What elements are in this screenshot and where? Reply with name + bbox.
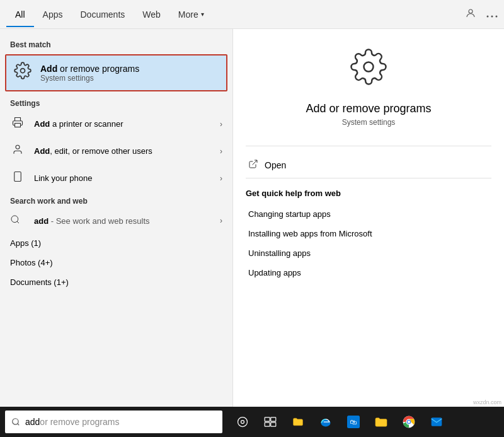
- best-match-subtitle: System settings: [40, 74, 139, 83]
- svg-point-3: [496, 15, 498, 17]
- top-navigation: All Apps Documents Web More ▾: [0, 0, 504, 29]
- taskbar: addor remove programs 🛍: [0, 407, 504, 437]
- quick-help-item-1[interactable]: Changing startup apps: [246, 204, 491, 224]
- chrome-button[interactable]: [396, 411, 421, 433]
- task-view-button[interactable]: [258, 411, 283, 433]
- web-search-text: add - See work and web results: [34, 216, 150, 226]
- folder-button[interactable]: [369, 411, 394, 433]
- svg-point-6: [16, 145, 20, 149]
- settings-section-label: Settings: [0, 94, 232, 110]
- best-match-label: Best match: [0, 35, 232, 52]
- tab-all[interactable]: All: [6, 2, 34, 27]
- chevron-right-icon: ›: [220, 120, 222, 129]
- settings-add-printer[interactable]: Add a printer or scanner ›: [0, 110, 232, 137]
- web-section-label: Search work and web: [0, 192, 232, 208]
- svg-point-9: [11, 216, 18, 223]
- more-options-icon[interactable]: [486, 9, 498, 20]
- open-label: Open: [265, 160, 286, 170]
- svg-point-11: [364, 62, 374, 72]
- category-apps[interactable]: Apps (1): [0, 233, 232, 253]
- nav-actions: [465, 8, 498, 21]
- svg-point-15: [238, 417, 248, 427]
- svg-text:🛍: 🛍: [350, 418, 357, 426]
- gear-icon: [14, 62, 32, 84]
- svg-point-2: [491, 15, 493, 17]
- tab-apps[interactable]: Apps: [34, 2, 72, 27]
- users-icon: [10, 144, 25, 158]
- web-search-item[interactable]: add - See work and web results ›: [0, 208, 232, 233]
- best-match-item[interactable]: Add or remove programs System settings: [5, 54, 227, 91]
- quick-help-item-2[interactable]: Installing web apps from Microsoft: [246, 224, 491, 243]
- svg-point-0: [469, 9, 472, 13]
- watermark: wxzdn.com: [473, 399, 501, 405]
- cortana-button[interactable]: [230, 411, 255, 433]
- app-subtitle: System settings: [342, 118, 396, 127]
- best-match-text: Add or remove programs System settings: [40, 64, 139, 83]
- tab-web[interactable]: Web: [134, 2, 169, 27]
- edge-button[interactable]: [313, 411, 338, 433]
- file-explorer-button[interactable]: [285, 411, 311, 433]
- svg-rect-17: [265, 417, 270, 421]
- svg-rect-7: [14, 172, 21, 182]
- svg-rect-19: [265, 422, 270, 426]
- quick-help-item-3[interactable]: Uninstalling apps: [246, 243, 491, 263]
- link-phone-text: Link your phone: [34, 173, 220, 183]
- add-printer-text: Add a printer or scanner: [34, 119, 220, 129]
- svg-line-10: [17, 221, 19, 223]
- app-title: Add or remove programs: [306, 102, 431, 115]
- chevron-right-icon: ›: [220, 174, 222, 183]
- printer-icon: [10, 117, 25, 131]
- open-action-button[interactable]: Open: [246, 153, 491, 178]
- svg-point-26: [408, 421, 410, 423]
- quick-help-heading: Get quick help from web: [246, 189, 491, 198]
- store-button[interactable]: 🛍: [341, 411, 366, 433]
- quick-help-item-4[interactable]: Updating apps: [246, 263, 491, 283]
- svg-point-16: [241, 421, 244, 424]
- taskbar-search-box[interactable]: addor remove programs: [5, 411, 222, 433]
- phone-icon: [10, 171, 25, 185]
- svg-point-13: [13, 419, 18, 424]
- search-icon: [11, 417, 20, 426]
- tab-more[interactable]: More ▾: [169, 2, 213, 27]
- svg-rect-5: [15, 124, 21, 127]
- tab-documents[interactable]: Documents: [71, 2, 134, 27]
- open-icon: [248, 159, 258, 172]
- search-icon: [10, 214, 25, 227]
- settings-link-phone[interactable]: Link your phone ›: [0, 165, 232, 192]
- svg-line-12: [253, 160, 257, 165]
- svg-point-1: [487, 15, 489, 17]
- search-results-panel: Best match Add or remove programs System…: [0, 29, 233, 407]
- svg-rect-18: [271, 417, 276, 421]
- chevron-down-icon: ▾: [201, 11, 204, 18]
- best-match-title: Add or remove programs: [40, 64, 139, 74]
- mail-button[interactable]: [424, 411, 449, 433]
- svg-line-14: [18, 424, 20, 426]
- main-content: Best match Add or remove programs System…: [0, 29, 504, 407]
- category-photos[interactable]: Photos (4+): [0, 253, 232, 272]
- chevron-right-icon: ›: [220, 147, 222, 156]
- search-text: addor remove programs: [25, 417, 119, 427]
- svg-point-4: [21, 69, 25, 73]
- category-documents[interactable]: Documents (1+): [0, 272, 232, 292]
- divider: [246, 146, 491, 146]
- settings-add-users[interactable]: Add, edit, or remove other users ›: [0, 137, 232, 165]
- svg-rect-20: [271, 422, 276, 426]
- detail-panel: Add or remove programs System settings O…: [233, 29, 504, 407]
- person-icon[interactable]: [465, 8, 476, 21]
- app-large-icon: [350, 48, 387, 95]
- add-users-text: Add, edit, or remove other users: [34, 146, 220, 156]
- chevron-right-icon: ›: [220, 216, 222, 225]
